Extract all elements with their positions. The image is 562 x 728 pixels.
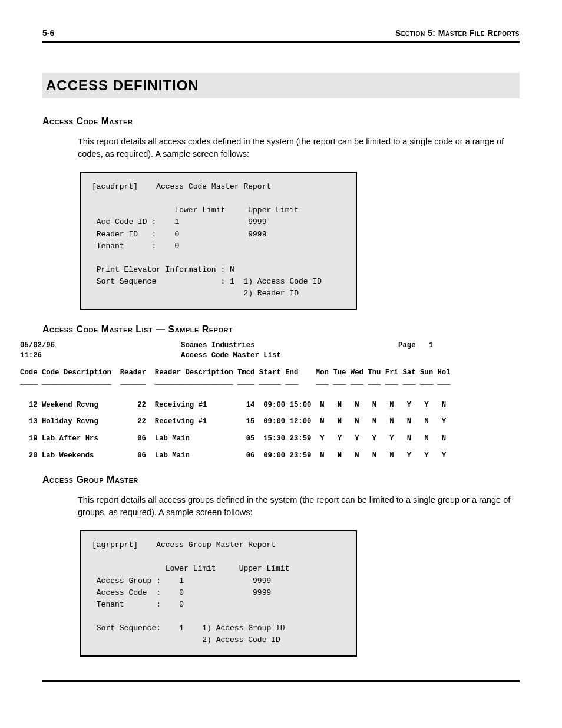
terminal-screen-access-group: [agrprprt] Access Group Master Report Lo… [80,530,357,657]
footer-rule [42,680,520,682]
screen2-line: Access Code : 0 9999 [92,588,271,597]
report-line: 11:26 Access Code Master List [20,351,281,360]
paragraph-access-group-master: This report details all access groups de… [78,494,520,520]
paragraph-access-code-master: This report details all access codes def… [78,136,520,162]
subhead-sample-report: Access Code Master List — Sample Report [42,324,520,335]
table-row: 13 Holiday Rcvng 22 Receiving #1 15 09:0… [20,417,446,426]
screen1-line: Reader ID : 0 9999 [92,230,266,239]
header-rule [42,41,520,43]
screen1-line: Acc Code ID : 1 9999 [92,218,266,226]
running-header: 5-6 Section 5: Master File Reports [42,28,520,41]
screen2-line: Lower Limit Upper Limit [92,564,289,573]
screen1-line: 2) Reader ID [92,289,299,298]
subhead-access-group-master: Access Group Master [42,475,520,485]
report-line: 05/02/96 Soames Industries Page 1 [20,341,433,350]
table-row: 19 Lab After Hrs 06 Lab Main 05 15:30 23… [20,434,446,443]
report-underlines: ____ ________________ ______ ___________… [20,378,451,386]
terminal-screen-access-code: [acudrprt] Access Code Master Report Low… [80,172,357,310]
table-row: 20 Lab Weekends 06 Lab Main 06 09:00 23:… [20,452,446,460]
screen2-line: Access Group : 1 9999 [92,577,271,585]
report-columns: Code Code Description Reader Reader Desc… [20,368,451,377]
section-label: Section 5: Master File Reports [395,28,520,38]
page-title: ACCESS DEFINITION [42,73,520,98]
screen2-line: Sort Sequence: 1 1) Access Group ID [92,624,285,633]
screen1-line: Sort Sequence : 1 1) Access Code ID [92,277,322,286]
page-number: 5-6 [42,28,54,38]
sample-report-listing: 05/02/96 Soames Industries Page 1 11:26 … [20,341,520,460]
screen1-line: Print Elevator Information : N [92,265,234,274]
page-container: 5-6 Section 5: Master File Reports ACCES… [0,0,562,717]
subhead-access-code-master: Access Code Master [42,116,520,127]
screen1-line: [acudrprt] Access Code Master Report [92,182,271,191]
screen1-line: Lower Limit Upper Limit [92,206,299,215]
screen1-line: Tenant : 0 [92,242,179,251]
screen2-line: 2) Access Code ID [92,635,280,644]
screen2-line: Tenant : 0 [92,600,184,609]
screen2-line: [agrprprt] Access Group Master Report [92,541,276,549]
table-row: 12 Weekend Rcvng 22 Receiving #1 14 09:0… [20,401,446,409]
